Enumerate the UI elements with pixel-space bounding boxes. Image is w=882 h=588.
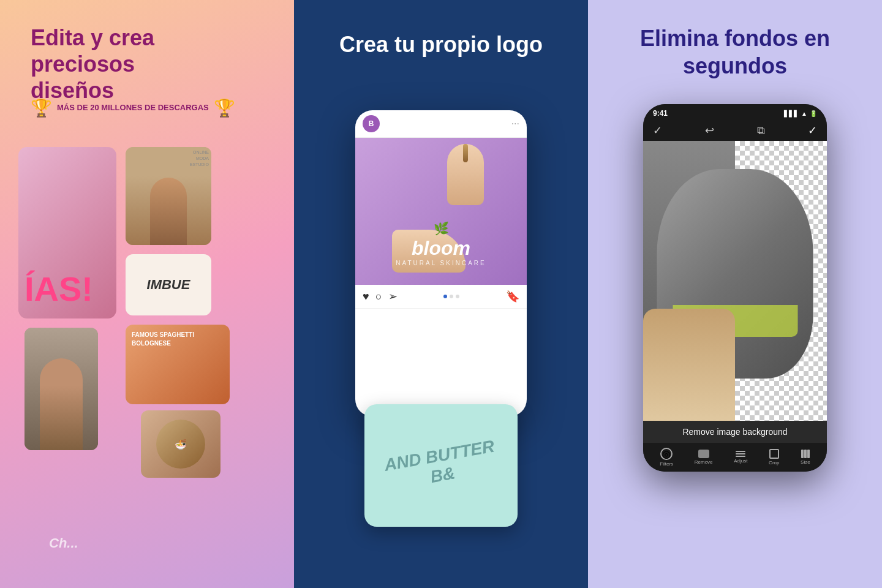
confirm-icon: ✓ [808,124,817,137]
ig-header: B ··· [355,110,527,138]
status-time: 9:41 [653,109,668,118]
hand-in-bg [643,309,735,421]
remove-icon [698,450,709,458]
crop-icon [769,449,779,459]
remove-label: Remove [695,459,713,465]
dropper [463,144,468,162]
card-photo-person: ONLINEMODAESTUDIO [126,147,211,245]
card-man [24,328,98,450]
save-icon: 🔖 [506,290,519,303]
card-orange-text: FAMOUS SPAGHETTI BOLOGNESE [132,331,224,348]
brand-sub: NATURAL SKINCARE [355,260,527,266]
badge-text: MÁS DE 20 MILLONES DE DESCARGAS [57,103,209,113]
panel-logo: Crea tu propio logo B ··· 🌿 bloom [294,0,588,588]
food-circle: 🍜 [156,420,205,469]
tool-adjust[interactable]: Adjust [734,451,747,464]
adjust-line-3 [736,456,745,457]
leaf-icon: 🌿 [355,221,527,236]
heart-icon: ♥ [363,290,369,303]
panel3-title: Elimina fondos en segundos [588,24,882,80]
remove-bg-panel: Remove image background [643,421,827,443]
adjust-icon [736,451,745,457]
tool-remove[interactable]: Remove [695,450,713,465]
card-orange: FAMOUS SPAGHETTI BOLOGNESE [126,325,230,404]
remove-bg-text: Remove image background [653,427,817,437]
butter-text: AND BUTTERB& [383,437,499,495]
man-figure [40,358,83,450]
card-imbue: IMBUE [126,254,211,315]
card-pink: ÍAS! [18,147,116,318]
brand-name: bloom [355,237,527,260]
check-icon: ✓ [653,124,662,137]
phone-frame-logo: B ··· 🌿 bloom NATURAL SKINCARE [355,110,527,417]
panel1-title: Edita y crea preciosos diseños [31,24,214,104]
card-food: 🍜 [141,410,221,478]
comment-icon: ○ [375,290,382,303]
ig-avatar: B [363,115,380,132]
bloom-post-image: 🌿 bloom NATURAL SKINCARE [355,138,527,285]
phone-mockup-2b: AND BUTTERB& [364,404,518,527]
phone-frame-remove: 9:41 ▋▋▋ ▲ 🔋 ✓ ↩ ⧉ ✓ [643,104,827,472]
shoe-image-area [643,141,827,421]
ig-dots-nav [404,295,500,298]
adjust-label: Adjust [734,458,747,464]
imbue-text: IMBUE [147,277,190,293]
undo-icon: ↩ [705,124,714,137]
share-icon: ➢ [388,290,398,303]
tool-filters[interactable]: ◎ Filters [660,448,673,467]
resize-bar-2 [804,450,807,458]
dot-active [443,295,447,298]
filters-label: Filters [660,461,673,467]
phone-frame-2b: AND BUTTERB& [364,404,518,527]
panel2-title: Crea tu propio logo [294,31,588,58]
filters-icon: ◎ [660,448,673,460]
badge-container: 🏆 MÁS DE 20 MILLONES DE DESCARGAS 🏆 [31,98,235,118]
status-bar: 9:41 ▋▋▋ ▲ 🔋 [643,104,827,120]
bottom-toolbar: ◎ Filters Remove Adjust [643,443,827,472]
laurel-left-icon: 🏆 [31,98,52,118]
panel-bg-remove: Elimina fondos en segundos 9:41 ▋▋▋ ▲ 🔋 … [588,0,882,588]
adjust-line-2 [736,453,745,454]
phone-toolbar-top: ✓ ↩ ⧉ ✓ [643,120,827,141]
tool-crop[interactable]: Crop [769,449,779,466]
resize-bar-3 [807,450,810,458]
ig-actions: ♥ ○ ➢ 🔖 [355,285,527,309]
battery-icon: 🔋 [810,110,817,117]
panel-edit: Edita y crea preciosos diseños 🏆 MÁS DE … [0,0,294,588]
wifi-icon: ▲ [801,110,807,117]
card-photo-inner: ONLINEMODAESTUDIO [126,147,211,245]
status-icons: ▋▋▋ ▲ 🔋 [784,110,817,117]
hand-top [447,144,484,205]
badge-label: MÁS DE 20 MILLONES DE DESCARGAS [57,103,209,112]
dot-inactive-1 [450,295,453,298]
card-pink-text: ÍAS! [24,272,93,306]
person-figure [150,178,187,245]
card-man-inner [24,328,98,450]
crop-label: Crop [769,460,779,466]
ig-menu-dots: ··· [511,118,519,129]
size-icon [801,450,810,458]
phone-mockup-remove: 9:41 ▋▋▋ ▲ 🔋 ✓ ↩ ⧉ ✓ [643,104,827,472]
bloom-logo-overlay: 🌿 bloom NATURAL SKINCARE [355,221,527,266]
phone-mockup-logo: B ··· 🌿 bloom NATURAL SKINCARE [355,110,527,417]
collage: ÍAS! ONLINEMODAESTUDIO IMBUE FAMOUS SPAG… [12,147,282,588]
adjust-line-1 [736,451,745,452]
laurel-right-icon: 🏆 [214,98,235,118]
size-label: Size [801,459,810,465]
dot-inactive-2 [456,295,459,298]
card-bottom-name: Ch... [49,535,78,551]
card-small-text: ONLINEMODAESTUDIO [190,149,209,167]
layers-icon: ⧉ [757,124,765,137]
resize-bar-1 [801,450,804,458]
tool-size[interactable]: Size [801,450,810,465]
signal-icon: ▋▋▋ [784,110,799,117]
